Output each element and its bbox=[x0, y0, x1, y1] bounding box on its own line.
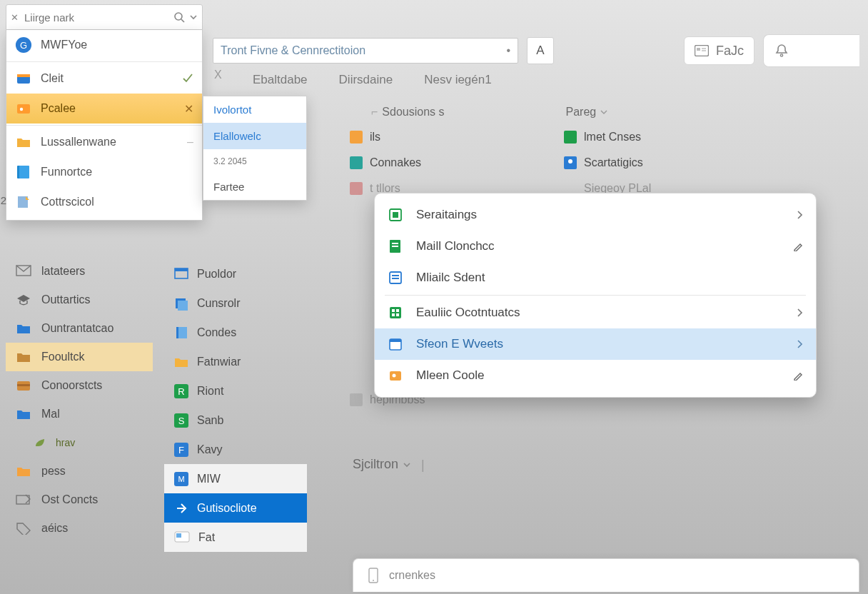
sidebar-badge: 2 bbox=[0, 194, 10, 206]
svg-rect-12 bbox=[697, 48, 700, 51]
svg-rect-35 bbox=[396, 313, 399, 316]
list-item[interactable]: Outtartics bbox=[6, 286, 153, 314]
folder-icon bbox=[16, 464, 31, 478]
svg-rect-59 bbox=[176, 533, 181, 538]
list-item[interactable]: Ountrantatcao bbox=[6, 314, 153, 343]
svg-rect-19 bbox=[350, 393, 363, 406]
list-item[interactable]: Fooultck bbox=[6, 343, 153, 371]
dropdown-item-2: 3.2 2045 bbox=[203, 149, 306, 173]
sidebar-item-3[interactable]: Lussallenwane – bbox=[6, 127, 202, 157]
list-item[interactable]: Mal bbox=[6, 400, 153, 428]
list-item[interactable]: Condes bbox=[164, 318, 307, 347]
menu-item-4[interactable]: Sfeon E Wveets bbox=[375, 328, 816, 360]
list-item[interactable]: Fatnwiar bbox=[164, 347, 307, 376]
menu-item-0[interactable]: Seraitaings bbox=[375, 199, 816, 231]
svg-rect-6 bbox=[17, 104, 30, 114]
menu-item-1[interactable]: Maill Clonchcc bbox=[375, 231, 816, 262]
list-item[interactable]: latateers bbox=[6, 257, 153, 286]
font-button[interactable]: A bbox=[527, 37, 554, 64]
sidebar-item-label: Cottrscicol bbox=[41, 196, 94, 208]
close-icon[interactable]: ✕ bbox=[11, 12, 19, 23]
svg-rect-32 bbox=[392, 309, 395, 312]
dropdown-item-1[interactable]: Elallowelc bbox=[203, 123, 306, 149]
search-icon[interactable] bbox=[173, 11, 185, 23]
dropdown-item-0[interactable]: Ivolortot bbox=[203, 96, 306, 123]
separator-icon: | bbox=[421, 458, 425, 473]
sidebar-item-5[interactable]: Cottrscicol bbox=[6, 187, 202, 217]
sidebar-item-2[interactable]: Pcalee ✕ bbox=[6, 94, 202, 124]
svg-rect-29 bbox=[392, 275, 399, 276]
svg-rect-47 bbox=[178, 301, 188, 311]
menu-item-5[interactable]: Mleen Coole bbox=[375, 360, 816, 391]
svg-rect-9 bbox=[19, 166, 29, 178]
folder-icon bbox=[16, 350, 31, 364]
svg-text:S: S bbox=[178, 416, 185, 426]
list-item[interactable]: R Riont bbox=[164, 376, 307, 406]
sidebar-item-0[interactable]: G MWFYoe bbox=[6, 30, 202, 60]
calendar-icon bbox=[388, 336, 403, 352]
app-icon: R bbox=[174, 384, 188, 398]
menu-item-2[interactable]: Mliailc Sdent bbox=[375, 262, 816, 293]
svg-point-0 bbox=[175, 13, 182, 20]
list-item[interactable]: Ost Concts bbox=[6, 485, 153, 514]
svg-rect-49 bbox=[178, 327, 187, 338]
search-field[interactable]: ✕ bbox=[6, 4, 203, 30]
tab-0[interactable]: Ebaltdabe bbox=[253, 73, 308, 87]
grid-item[interactable]: ils bbox=[350, 124, 521, 150]
faic-pill[interactable]: FaJc bbox=[684, 36, 755, 65]
dropdown-item-3[interactable]: Fartee bbox=[203, 173, 306, 200]
list-item[interactable]: aéics bbox=[6, 514, 153, 543]
mail-icon bbox=[16, 265, 31, 278]
svg-point-39 bbox=[393, 374, 396, 378]
chevron-down-icon bbox=[403, 460, 411, 469]
context-menu: Seraitaings Maill Clonchcc Mliailc Sdent… bbox=[374, 193, 817, 398]
font-button-label: A bbox=[536, 44, 544, 58]
chevron-right-icon bbox=[796, 308, 803, 318]
chevron-right-icon bbox=[796, 210, 803, 220]
list-item[interactable]: S Sanb bbox=[164, 406, 307, 435]
section-dropdown[interactable]: Sjciltron | bbox=[353, 457, 425, 473]
list-item[interactable]: M MIW bbox=[164, 464, 307, 493]
search-input[interactable] bbox=[23, 11, 169, 24]
sidebar-item-4[interactable]: Funnortce bbox=[6, 157, 202, 187]
address-text: Tront Fivne & Cennrectitoion bbox=[221, 44, 365, 57]
menu-item-3[interactable]: Eauliic Ocotntuatcs bbox=[375, 297, 816, 328]
svg-text:G: G bbox=[20, 40, 27, 51]
dropdown-dot-icon[interactable]: • bbox=[506, 44, 510, 57]
address-box[interactable]: Tront Fivne & Cennrectitoion • bbox=[213, 38, 518, 64]
list-item[interactable]: Conoorstcts bbox=[6, 371, 153, 400]
svg-rect-31 bbox=[390, 307, 401, 318]
close-icon[interactable]: ✕ bbox=[184, 102, 193, 116]
tabs-row: Ebaltdabe Diirsdaine Nesv iegén1 bbox=[213, 73, 859, 87]
chevron-down-icon[interactable] bbox=[189, 13, 198, 21]
list-item-selected[interactable]: Gutisocliote bbox=[164, 493, 307, 523]
svg-rect-33 bbox=[396, 309, 399, 312]
list-item[interactable]: hrav bbox=[6, 428, 153, 457]
column-header-1[interactable]: Pareg bbox=[566, 106, 608, 119]
window-icon bbox=[174, 268, 188, 281]
tab-2[interactable]: Nesv iegén1 bbox=[424, 73, 492, 87]
svg-rect-26 bbox=[392, 243, 398, 244]
svg-text:F: F bbox=[178, 445, 184, 455]
mail-doc-icon bbox=[388, 238, 403, 254]
section-label: Sjciltron bbox=[353, 457, 398, 472]
app-icon: F bbox=[174, 443, 188, 457]
svg-rect-34 bbox=[392, 313, 395, 316]
list-item[interactable]: Cunsrolr bbox=[164, 288, 307, 318]
contact-card-icon bbox=[695, 45, 709, 56]
list-item[interactable]: Fat bbox=[164, 523, 307, 552]
grid-item[interactable]: Scartatigics bbox=[564, 150, 735, 176]
column-header-0[interactable]: ⌐Sdousions s bbox=[371, 106, 445, 119]
list-item[interactable]: F Kavy bbox=[164, 435, 307, 464]
tag-icon bbox=[16, 522, 31, 535]
grid-item[interactable]: lmet Cnses bbox=[564, 124, 735, 150]
tab-1[interactable]: Diirsdaine bbox=[339, 73, 393, 87]
list-item[interactable]: Puoldor bbox=[164, 259, 307, 288]
person-card-icon bbox=[388, 368, 403, 383]
bell-pill[interactable] bbox=[763, 34, 859, 67]
sidebar-item-1[interactable]: Cleit bbox=[6, 64, 202, 94]
grid-item[interactable]: Connakes bbox=[350, 150, 521, 176]
sidebar-body: G MWFYoe Cleit Pcalee ✕ Lussall bbox=[6, 30, 203, 221]
list-item[interactable]: pess bbox=[6, 457, 153, 485]
svg-rect-24 bbox=[393, 212, 398, 218]
